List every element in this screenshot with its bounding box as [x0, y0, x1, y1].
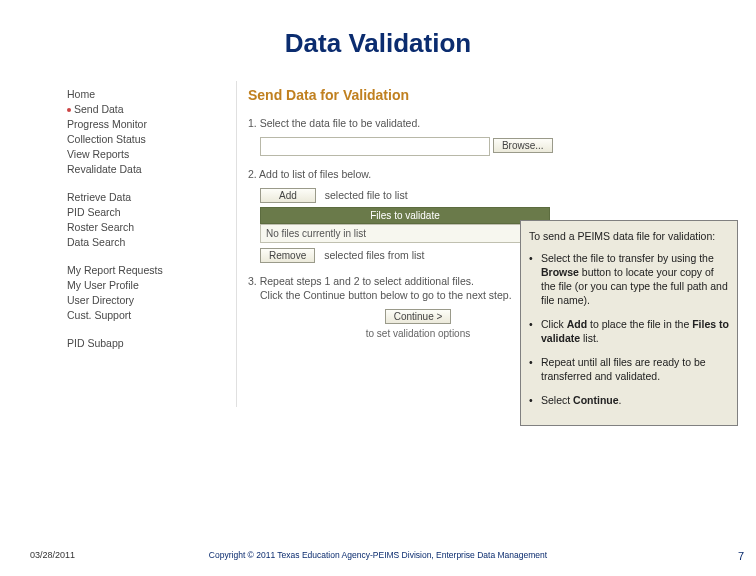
- step-1-text: 1. Select the data file to be validated.: [248, 117, 588, 129]
- slide-title: Data Validation: [0, 28, 756, 59]
- instruction-callout: To send a PEIMS data file for validation…: [520, 220, 738, 426]
- remove-note: selected files from list: [324, 249, 424, 261]
- file-path-input[interactable]: [260, 137, 490, 156]
- callout-bullet-3: Repeat until all files are ready to be t…: [529, 355, 729, 383]
- sidebar: Home Send Data Progress Monitor Collecti…: [67, 87, 227, 364]
- sidebar-group: My Report Requests My User Profile User …: [67, 263, 227, 323]
- sidebar-group: Home Send Data Progress Monitor Collecti…: [67, 87, 227, 177]
- add-note: selected file to list: [325, 189, 408, 201]
- sidebar-group: Retrieve Data PID Search Roster Search D…: [67, 190, 227, 250]
- continue-button[interactable]: Continue >: [385, 309, 452, 324]
- callout-bullet-1: Select the file to transfer by using the…: [529, 251, 729, 307]
- callout-bullet-4: Select Continue.: [529, 393, 729, 407]
- files-table: Files to validate No files currently in …: [260, 207, 550, 243]
- step-2-text: 2. Add to list of files below.: [248, 168, 588, 180]
- content-heading: Send Data for Validation: [248, 87, 588, 103]
- remove-button[interactable]: Remove: [260, 248, 315, 263]
- sidebar-item-pid-search[interactable]: PID Search: [67, 205, 227, 220]
- file-input-row: Browse...: [260, 137, 588, 156]
- sidebar-group: PID Subapp: [67, 336, 227, 351]
- files-table-empty: No files currently in list: [260, 224, 550, 243]
- sidebar-item-my-report-requests[interactable]: My Report Requests: [67, 263, 227, 278]
- sidebar-item-home[interactable]: Home: [67, 87, 227, 102]
- sidebar-item-roster-search[interactable]: Roster Search: [67, 220, 227, 235]
- callout-lead: To send a PEIMS data file for validation…: [529, 229, 729, 243]
- sidebar-item-revalidate-data[interactable]: Revalidate Data: [67, 162, 227, 177]
- sidebar-item-progress-monitor[interactable]: Progress Monitor: [67, 117, 227, 132]
- add-row: Add selected file to list: [260, 188, 588, 203]
- footer-copyright: Copyright © 2011 Texas Education Agency-…: [0, 550, 756, 560]
- sidebar-item-user-directory[interactable]: User Directory: [67, 293, 227, 308]
- browse-button[interactable]: Browse...: [493, 138, 553, 153]
- sidebar-item-view-reports[interactable]: View Reports: [67, 147, 227, 162]
- footer-page-number: 7: [738, 550, 744, 562]
- sidebar-item-cust-support[interactable]: Cust. Support: [67, 308, 227, 323]
- callout-bullet-2: Click Add to place the file in the Files…: [529, 317, 729, 345]
- sidebar-item-pid-subapp[interactable]: PID Subapp: [67, 336, 227, 351]
- sidebar-item-collection-status[interactable]: Collection Status: [67, 132, 227, 147]
- sidebar-item-retrieve-data[interactable]: Retrieve Data: [67, 190, 227, 205]
- app-screenshot: Home Send Data Progress Monitor Collecti…: [60, 81, 600, 407]
- sidebar-item-data-search[interactable]: Data Search: [67, 235, 227, 250]
- sidebar-item-my-user-profile[interactable]: My User Profile: [67, 278, 227, 293]
- files-table-header: Files to validate: [260, 207, 550, 224]
- sidebar-item-send-data[interactable]: Send Data: [67, 102, 227, 117]
- add-button[interactable]: Add: [260, 188, 316, 203]
- divider: [236, 81, 237, 407]
